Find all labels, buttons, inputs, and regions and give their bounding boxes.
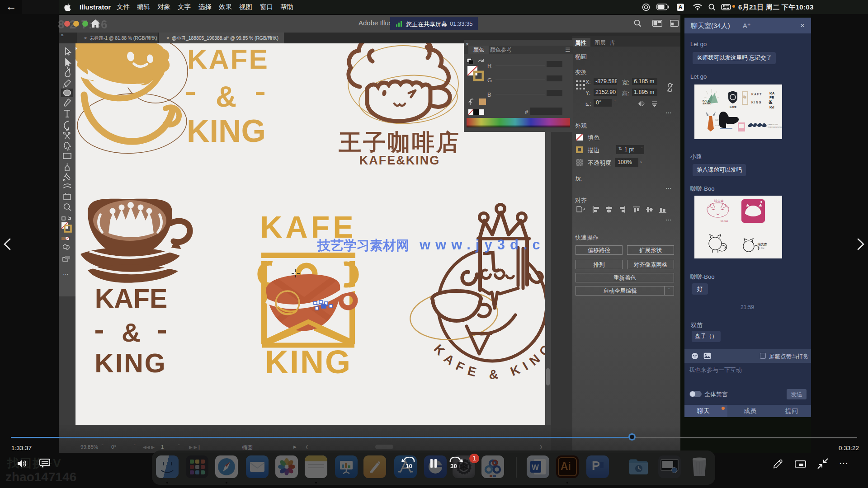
svg-text:KING: KING xyxy=(265,344,352,380)
svg-text:W: W xyxy=(532,463,539,472)
svg-text:KA: KA xyxy=(769,91,775,95)
svg-text:咖: 咖 xyxy=(743,95,746,99)
svg-text:KING: KING xyxy=(94,348,167,378)
svg-text:10: 10 xyxy=(406,463,412,469)
svg-text:&: & xyxy=(769,99,773,105)
svg-text:KAFE: KAFE xyxy=(95,284,168,314)
svg-text:KAFE: KAFE xyxy=(187,43,269,75)
svg-text:KAFE&KING: KAFE&KING xyxy=(359,154,440,167)
svg-text:KAFE&KING: KAFE&KING xyxy=(768,123,778,126)
svg-text:喵先森: 喵先森 xyxy=(714,199,724,203)
svg-text:KAFE: KAFE xyxy=(730,106,736,108)
svg-text:COFFEE HOUSE: COFFEE HOUSE xyxy=(768,126,782,128)
svg-text:&: & xyxy=(122,318,141,347)
svg-text:&: & xyxy=(216,80,236,113)
svg-text:K A F T: K A F T xyxy=(751,93,761,96)
svg-text:30: 30 xyxy=(450,463,457,469)
svg-text:王子咖啡店: 王子咖啡店 xyxy=(339,130,461,155)
svg-text:喵先森: 喵先森 xyxy=(758,243,767,246)
svg-text:KING: KING xyxy=(187,113,266,149)
svg-text:Mr. Cat: Mr. Cat xyxy=(758,247,764,249)
svg-text:Kd: Kd xyxy=(769,105,774,109)
svg-text:K I N G: K I N G xyxy=(751,101,761,104)
svg-text:&KING: &KING xyxy=(703,102,712,105)
svg-text:Mr. Cat: Mr. Cat xyxy=(721,220,728,222)
svg-text:www.jy3d.cn: www.jy3d.cn xyxy=(419,237,545,253)
svg-text:技艺学习素材网: 技艺学习素材网 xyxy=(317,238,409,253)
